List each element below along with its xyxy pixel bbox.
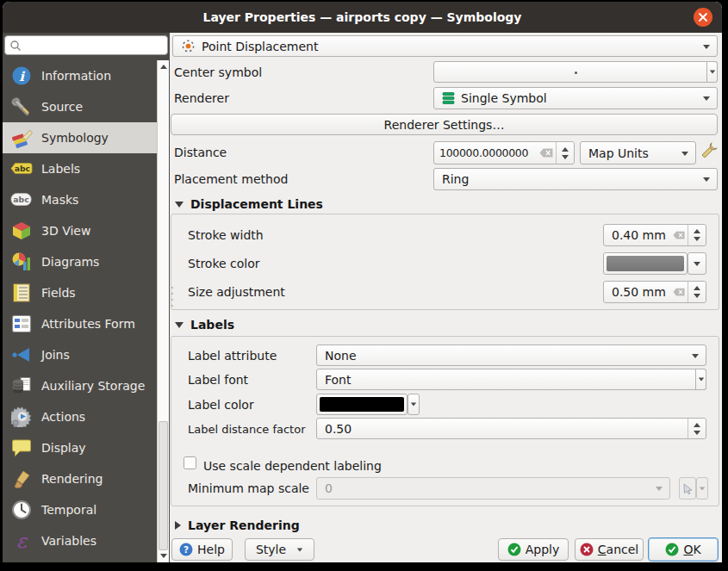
layer-rendering-header[interactable]: Layer Rendering [175, 518, 300, 532]
scrollbar-handle[interactable] [159, 421, 168, 550]
label-font-select[interactable]: Font [316, 369, 706, 390]
sidebar-item-source[interactable]: Source [3, 91, 157, 122]
renderer-type-select[interactable]: Point Displacement [172, 35, 718, 57]
point-symbol-preview [575, 71, 577, 74]
center-symbol-dropdown[interactable] [706, 61, 718, 83]
sidebar-item-variables[interactable]: ε Variables [3, 525, 157, 556]
labels-icon: abc [10, 158, 33, 180]
sidebar-item-partial[interactable] [3, 556, 157, 562]
clear-icon[interactable] [673, 288, 685, 296]
sidebar-item-information[interactable]: i Information [3, 60, 157, 91]
sidebar-item-temporal[interactable]: Temporal [3, 494, 157, 525]
sidebar-item-symbology[interactable]: Symbology [3, 122, 157, 153]
cancel-button[interactable]: Cancel [575, 538, 644, 561]
apply-button[interactable]: Apply [498, 538, 569, 561]
placement-method-select[interactable]: Ring [433, 168, 718, 190]
label-attribute-select[interactable]: None [316, 344, 706, 366]
sidebar-item-labels[interactable]: abc Labels [3, 153, 157, 184]
sidebar-scrollbar[interactable] [157, 60, 169, 562]
map-scale-picker-dropdown[interactable] [696, 477, 708, 500]
diagrams-icon [10, 251, 33, 273]
masks-icon: abc [10, 189, 33, 211]
search-input[interactable] [4, 35, 168, 55]
sidebar-item-fields[interactable]: Fields [3, 277, 157, 308]
clear-icon[interactable] [673, 231, 685, 239]
map-scale-picker-button[interactable] [679, 477, 696, 500]
label-attribute-label: Label attribute [188, 345, 277, 366]
chevron-down-icon [703, 177, 710, 182]
cursor-icon [682, 483, 694, 494]
title-bar: Layer Properties — airports copy — Symbo… [3, 2, 722, 33]
minimum-map-scale-input[interactable]: 0 [316, 477, 670, 500]
sidebar-item-rendering[interactable]: Rendering [3, 463, 157, 494]
labels-header[interactable]: Labels [175, 318, 234, 332]
help-icon: ? [179, 543, 193, 556]
stroke-width-spinner[interactable] [688, 225, 706, 245]
sidebar-item-actions[interactable]: Actions [3, 401, 157, 432]
scale-dependent-label: Use scale dependent labeling [203, 456, 382, 476]
renderer-settings-button[interactable]: Renderer Settings… [171, 114, 718, 135]
renderer-select[interactable]: Single Symbol [433, 87, 718, 109]
chevron-down-icon [297, 548, 302, 551]
stroke-color-button[interactable] [603, 252, 688, 275]
sidebar-item-3d-view[interactable]: 3D View [3, 215, 157, 246]
search-icon [9, 40, 22, 52]
sidebar-item-joins[interactable]: Joins [3, 339, 157, 370]
label-distance-factor-label: Label distance factor [188, 419, 306, 439]
stroke-color-swatch [607, 256, 684, 271]
ok-icon [665, 543, 679, 556]
displacement-lines-header[interactable]: Displacement Lines [175, 197, 323, 211]
size-adjustment-spinner[interactable] [688, 282, 706, 302]
help-button[interactable]: ? Help [171, 538, 233, 561]
point-displacement-icon [181, 39, 196, 53]
scroll-down-icon[interactable] [160, 554, 167, 558]
collapse-icon [175, 202, 184, 208]
distance-units-select[interactable]: Map Units [580, 141, 696, 164]
sidebar-item-masks[interactable]: abc Masks [3, 184, 157, 215]
collapse-icon [175, 322, 184, 328]
center-symbol-button[interactable] [433, 61, 718, 83]
data-defined-override-icon[interactable] [699, 142, 718, 161]
scale-dependent-checkbox[interactable] [184, 456, 196, 469]
symbology-icon [10, 127, 33, 149]
size-adjustment-input[interactable]: 0.50 mm [603, 281, 706, 303]
cancel-icon [580, 543, 594, 556]
3d-view-icon [10, 220, 33, 242]
expand-icon [175, 521, 181, 530]
font-dropdown[interactable] [695, 369, 706, 390]
minimum-map-scale-label: Minimum map scale [188, 478, 309, 499]
sidebar-item-display[interactable]: Display [3, 432, 157, 463]
distance-input[interactable]: 100000.0000000 [433, 141, 575, 164]
style-button[interactable]: Style [245, 538, 314, 561]
display-icon [10, 437, 33, 459]
rendering-icon [10, 468, 33, 490]
ok-button[interactable]: OK [648, 537, 719, 562]
sidebar-item-diagrams[interactable]: Diagrams [3, 246, 157, 277]
sidebar-item-auxiliary-storage[interactable]: Auxiliary Storage [3, 370, 157, 401]
chevron-down-icon [656, 487, 663, 491]
single-symbol-icon [442, 91, 455, 105]
chevron-down-icon [703, 96, 710, 101]
label-distance-factor-input[interactable]: 0.50 [316, 418, 706, 439]
label-color-dropdown[interactable] [408, 394, 420, 415]
window-title: Layer Properties — airports copy — Symbo… [202, 10, 521, 24]
scroll-up-icon[interactable] [160, 65, 167, 69]
clear-icon[interactable] [539, 148, 553, 158]
chevron-down-icon [692, 354, 699, 358]
placement-method-label: Placement method [174, 169, 288, 189]
svg-text:ε: ε [16, 531, 28, 551]
attributes-form-icon [10, 313, 33, 335]
apply-icon [507, 543, 521, 556]
fields-icon [10, 282, 33, 304]
stroke-width-input[interactable]: 0.40 mm [603, 224, 706, 246]
sidebar-item-attributes-form[interactable]: Attributes Form [3, 308, 157, 339]
temporal-icon [10, 499, 33, 521]
center-symbol-label: Center symbol [174, 62, 262, 83]
label-distance-factor-spinner[interactable] [688, 419, 706, 438]
label-color-button[interactable] [316, 394, 408, 415]
stroke-color-dropdown[interactable] [688, 252, 706, 275]
label-color-label: Label color [188, 394, 254, 415]
close-button[interactable] [694, 8, 712, 27]
chevron-down-icon [703, 45, 710, 49]
distance-spinner[interactable] [556, 142, 574, 164]
